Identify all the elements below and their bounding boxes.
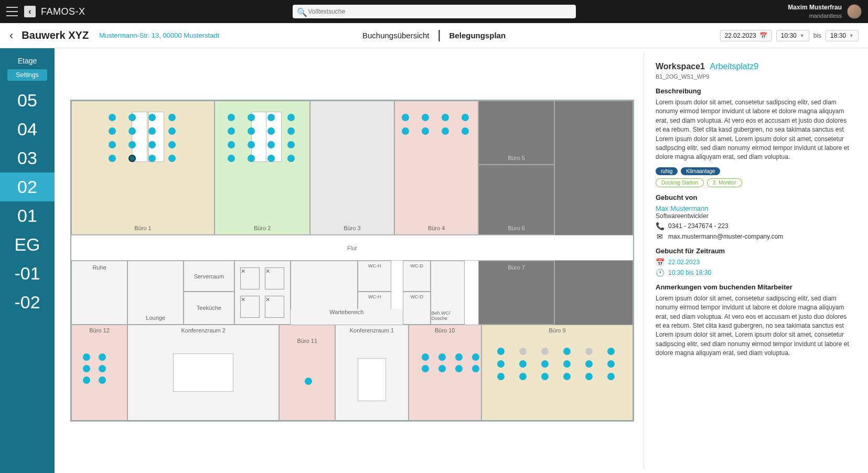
floor-03[interactable]: 03 bbox=[0, 144, 55, 173]
room-beh-wc[interactable]: Beh.WC/ Dusche bbox=[431, 261, 464, 325]
room-label: Lounge bbox=[146, 315, 165, 321]
room-wc-h1[interactable]: WC-H bbox=[358, 261, 391, 292]
room-elevators: ✕ ✕ ✕ ✕ bbox=[234, 261, 291, 325]
room-buero2[interactable]: Büro 2 bbox=[215, 101, 310, 235]
search-input[interactable] bbox=[293, 5, 576, 18]
email-address: max.mustermann@muster-company.com bbox=[668, 233, 783, 240]
calendar-icon: 📅 bbox=[656, 258, 664, 266]
avatar[interactable] bbox=[847, 4, 862, 19]
floor-05[interactable]: 05 bbox=[0, 86, 55, 115]
workspace-link[interactable]: Arbeitsplatz9 bbox=[710, 62, 759, 71]
booked-by-name[interactable]: Max Mustermann bbox=[656, 205, 852, 212]
room-buero9[interactable]: Büro 9 bbox=[481, 325, 633, 421]
floor-01[interactable]: 01 bbox=[0, 201, 55, 230]
room-wc-d1[interactable]: WC-D bbox=[403, 261, 431, 292]
room-label: Büro 12 bbox=[89, 327, 110, 334]
floor-eg[interactable]: EG bbox=[0, 230, 55, 259]
room-buero4[interactable]: Büro 4 bbox=[394, 101, 479, 235]
room-label: Büro 5 bbox=[508, 155, 525, 161]
room-buero3[interactable]: Büro 3 bbox=[310, 101, 394, 235]
user-area[interactable]: Maxim Musterfrau mandantless bbox=[788, 4, 862, 19]
tab-plan[interactable]: Belegungsplan bbox=[449, 31, 506, 40]
room-label: Konferenzraum 2 bbox=[181, 327, 225, 334]
phone-line[interactable]: 📞 0341 - 2347674 - 223 bbox=[656, 222, 852, 230]
room-wc-d2[interactable]: WC-D bbox=[403, 292, 431, 325]
room-teekueche[interactable]: Teeküche bbox=[184, 292, 234, 325]
app-title: FAMOS-X bbox=[41, 6, 85, 17]
hamburger-menu-icon[interactable] bbox=[6, 7, 18, 16]
time-to-picker[interactable]: 18:30 ▼ bbox=[826, 30, 859, 41]
room-label: Büro 10 bbox=[435, 327, 455, 334]
topbar: ‹ FAMOS-X 🔍 Maxim Musterfrau mandantless bbox=[0, 0, 868, 23]
room-label: Büro 9 bbox=[549, 327, 565, 334]
tag-docking: Docking Station bbox=[656, 178, 704, 187]
room-label: Büro 11 bbox=[297, 338, 318, 344]
period-heading: Gebucht für Zeitraum bbox=[656, 247, 852, 255]
room-label: WC-H bbox=[368, 263, 381, 268]
user-name: Maxim Musterfrau bbox=[788, 4, 842, 12]
email-icon: ✉ bbox=[656, 232, 664, 241]
corridor: Flur bbox=[71, 235, 633, 261]
floor-04[interactable]: 04 bbox=[0, 115, 55, 144]
room-konf1[interactable]: Konferenzraum 1 bbox=[335, 325, 408, 421]
room-label: Büro 4 bbox=[428, 225, 445, 231]
corridor-label: Flur bbox=[347, 245, 357, 251]
period-date-line: 📅 22.02.2023 bbox=[656, 258, 852, 266]
room-buero6[interactable]: Büro 6 bbox=[478, 165, 554, 235]
room-buero5[interactable]: Büro 5 bbox=[478, 101, 554, 165]
tab-divider bbox=[439, 30, 440, 41]
period-date: 22.02.2023 bbox=[668, 259, 700, 266]
booked-by-role: Softwareentwickler bbox=[656, 212, 852, 220]
tag-monitor: 2. Monitor bbox=[707, 178, 742, 187]
plan-area: Büro 1 Büro 2 Büro 3 bbox=[55, 48, 868, 473]
floor-02[interactable]: 02 bbox=[0, 173, 55, 201]
period-time: 10:30 bis 18:30 bbox=[668, 269, 711, 276]
wartebereich: Wartebereich bbox=[291, 309, 403, 325]
floor-rail: Etage Settings 05 04 03 02 01 EG -01 -02 bbox=[0, 48, 55, 473]
desc-heading: Beschreibung bbox=[656, 87, 852, 95]
period-time-line: 🕐 10:30 bis 18:30 bbox=[656, 268, 852, 277]
floor-u1[interactable]: -01 bbox=[0, 259, 55, 288]
email-line[interactable]: ✉ max.mustermann@muster-company.com bbox=[656, 232, 852, 241]
search-icon: 🔍 bbox=[297, 7, 307, 17]
time-from-value: 10:30 bbox=[781, 32, 797, 39]
plan-canvas[interactable]: Büro 1 Büro 2 Büro 3 bbox=[61, 52, 644, 469]
room-buero12[interactable]: Büro 12 bbox=[71, 325, 127, 421]
floor-u2[interactable]: -02 bbox=[0, 288, 55, 317]
body: Etage Settings 05 04 03 02 01 EG -01 -02 bbox=[0, 48, 868, 473]
time-from-picker[interactable]: 10:30 ▼ bbox=[776, 30, 809, 41]
floorplan: Büro 1 Büro 2 Büro 3 bbox=[70, 100, 634, 422]
detail-panel: Workspace1 Arbeitsplatz9 B1_2OG_WS1_WP9 … bbox=[644, 52, 864, 469]
room-buero10[interactable]: Büro 10 bbox=[409, 325, 481, 421]
date-value: 22.02.2023 bbox=[725, 32, 756, 39]
tab-overview[interactable]: Buchungsübersicht bbox=[362, 31, 430, 40]
chevron-down-icon: ▼ bbox=[800, 33, 805, 38]
room-label: Büro 3 bbox=[344, 225, 360, 231]
workspace-path: B1_2OG_WS1_WP9 bbox=[656, 73, 852, 80]
tag-ruhig: ruhig bbox=[656, 167, 678, 175]
room-ruhe[interactable]: Ruhe bbox=[71, 261, 127, 325]
address[interactable]: Mustermann-Str. 13, 00000 Musterstadt bbox=[99, 31, 219, 39]
search-wrap: 🔍 bbox=[293, 5, 576, 18]
desc-text: Lorem ipsum dolor sit amet, consetetur s… bbox=[656, 98, 852, 162]
tag-row: ruhig Klimaanlage bbox=[656, 167, 852, 175]
phone-number: 0341 - 2347674 - 223 bbox=[668, 222, 728, 230]
workspace-label: Workspace1 bbox=[656, 62, 705, 71]
date-picker[interactable]: 22.02.2023 📅 bbox=[720, 30, 772, 41]
calendar-icon: 📅 bbox=[759, 32, 767, 39]
room-konf2[interactable]: Konferenzraum 2 bbox=[127, 325, 279, 421]
room-label: WC-H bbox=[368, 294, 381, 299]
room-buero1[interactable]: Büro 1 bbox=[71, 101, 215, 235]
clock-icon: 🕐 bbox=[656, 268, 664, 277]
room-lounge[interactable]: Lounge bbox=[127, 261, 184, 325]
user-mandant: mandantless bbox=[788, 12, 842, 19]
back-chevron-icon[interactable]: ‹ bbox=[9, 29, 13, 42]
rail-settings-button[interactable]: Settings bbox=[7, 69, 47, 81]
room-label: WC-D bbox=[410, 263, 423, 268]
room-label: Beh.WC/ Dusche bbox=[431, 310, 464, 321]
tag-klima: Klimaanlage bbox=[681, 167, 720, 175]
room-serverraum[interactable]: Serverraum bbox=[184, 261, 234, 292]
rail-label: Etage bbox=[0, 53, 55, 68]
app-logo[interactable]: ‹ bbox=[24, 6, 36, 17]
room-buero11[interactable]: Büro 11 bbox=[279, 325, 335, 421]
